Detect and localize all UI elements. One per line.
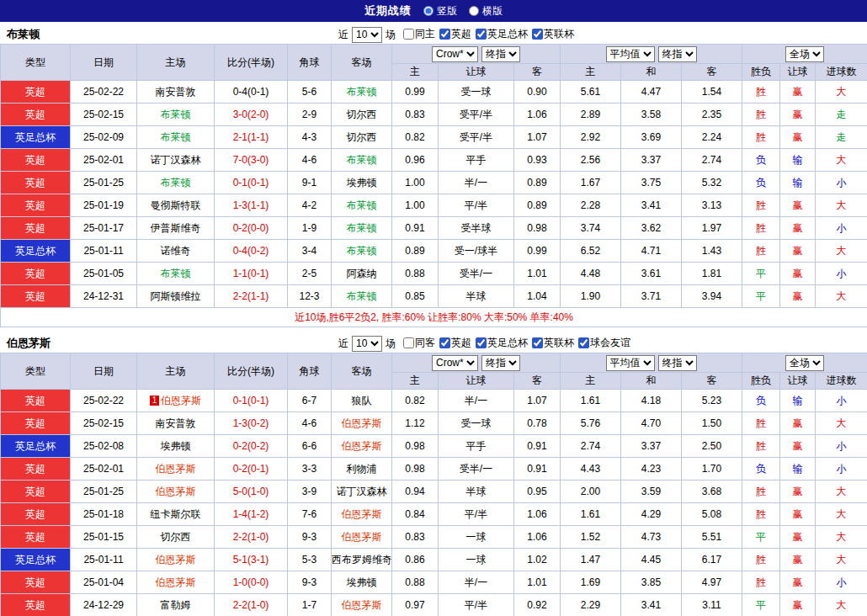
subcol-handicap-result: 让球 (780, 373, 816, 390)
away-team: 布莱顿 (332, 217, 392, 240)
score[interactable]: 2-1(1-1) (215, 126, 288, 149)
avg-away-odds: 2.24 (682, 126, 742, 149)
filter-checkbox[interactable] (439, 29, 450, 40)
subcol-handicap-result: 让球 (780, 64, 816, 81)
average-stage-select[interactable]: 终指 (658, 46, 697, 62)
filter-option[interactable]: 同客 (403, 336, 435, 350)
home-team: 阿斯顿维拉 (137, 285, 215, 308)
score[interactable]: 0-1(0-1) (215, 172, 288, 194)
odds-stage-select[interactable]: 终指 (481, 46, 520, 62)
score[interactable]: 1-3(1-1) (215, 194, 288, 217)
filter-checkbox[interactable] (403, 29, 414, 40)
corners: 4-2 (288, 194, 332, 217)
filter-checkbox[interactable] (578, 337, 589, 348)
layout-option-vertical[interactable]: 竖版 (423, 4, 457, 19)
goals-result: 小 (816, 217, 867, 240)
score[interactable]: 0-4(0-1) (215, 81, 288, 104)
match-date: 24-12-31 (71, 285, 137, 308)
ah-away-odds: 0.90 (514, 81, 561, 104)
match-date: 25-01-05 (71, 263, 137, 285)
filter-checkbox[interactable] (476, 29, 487, 40)
away-team: 利物浦 (332, 458, 392, 481)
layout-option-horizontal[interactable]: 横版 (469, 4, 503, 19)
avg-home-odds: 4.48 (561, 263, 621, 285)
filter-checkbox[interactable] (532, 29, 543, 40)
ah-away-odds: 1.01 (514, 571, 561, 594)
goals-result: 大 (816, 481, 867, 503)
avg-away-odds: 1.50 (682, 412, 742, 435)
average-stage-select[interactable]: 终指 (658, 355, 697, 371)
score[interactable]: 0-4(0-2) (215, 240, 288, 263)
match-date: 25-01-15 (71, 526, 137, 549)
odds-provider-select[interactable]: Crow* (432, 355, 478, 371)
score[interactable]: 0-2(0-1) (215, 458, 288, 481)
filter-option[interactable]: 英超 (439, 336, 471, 350)
score[interactable]: 5-0(1-0) (215, 481, 288, 503)
ah-home-odds: 0.96 (392, 149, 439, 172)
match-row: 英超25-01-19曼彻斯特联1-3(1-1)4-2布莱顿1.00平/半0.89… (1, 194, 867, 217)
filter-checkbox[interactable] (439, 337, 450, 348)
avg-away-odds: 2.50 (682, 435, 742, 458)
filter-option[interactable]: 同主 (403, 27, 435, 41)
corners: 9-3 (288, 526, 332, 549)
match-count-select[interactable]: 10 (352, 336, 382, 352)
filter-option[interactable]: 英超 (439, 27, 471, 41)
score[interactable]: 2-2(1-0) (215, 526, 288, 549)
horizontal-layout-radio[interactable] (469, 6, 479, 16)
summary-text: 近10场,胜6平2负2, 胜率:60% 让胜率:80% 大率:50% 单率:40… (1, 308, 867, 327)
subcol-ah-home: 主 (392, 64, 439, 81)
league-type: 英足总杯 (1, 549, 71, 571)
home-team: 南安普敦 (137, 412, 215, 435)
score[interactable]: 0-1(0-1) (215, 390, 288, 412)
ah-home-odds: 0.89 (392, 240, 439, 263)
full-match-select[interactable]: 全场 (785, 355, 824, 371)
odds-stage-select[interactable]: 终指 (481, 355, 520, 371)
score[interactable]: 5-1(3-1) (215, 549, 288, 571)
score[interactable]: 7-0(3-0) (215, 149, 288, 172)
ah-away-odds: 0.95 (514, 481, 561, 503)
ah-home-odds: 0.91 (392, 217, 439, 240)
score[interactable]: 0-2(0-2) (215, 435, 288, 458)
filter-checkbox[interactable] (476, 337, 487, 348)
filter-checkbox[interactable] (403, 337, 414, 348)
home-team: 曼彻斯特联 (137, 194, 215, 217)
league-type: 英超 (1, 571, 71, 594)
filter-option[interactable]: 英联杯 (532, 27, 574, 41)
match-row: 英超25-02-221伯恩茅斯0-1(0-1)6-7狼队0.82半/一1.071… (1, 390, 867, 412)
average-select[interactable]: 平均值 (606, 46, 655, 62)
ah-home-odds: 0.83 (392, 526, 439, 549)
subcol-outcome: 胜负 (742, 373, 780, 390)
score[interactable]: 0-2(0-0) (215, 217, 288, 240)
filter-option[interactable]: 英联杯 (532, 336, 574, 350)
filter-option[interactable]: 球会友谊 (578, 336, 630, 350)
ah-line: 半球 (439, 285, 514, 308)
ah-home-odds: 0.82 (392, 126, 439, 149)
score[interactable]: 3-0(2-0) (215, 104, 288, 126)
score[interactable]: 1-3(0-2) (215, 412, 288, 435)
match-date: 25-02-08 (71, 435, 137, 458)
score[interactable]: 2-2(1-1) (215, 285, 288, 308)
avg-home-odds: 4.43 (561, 458, 621, 481)
ah-home-odds: 0.97 (392, 594, 439, 616)
match-count-select[interactable]: 10 (352, 27, 382, 43)
filter-option[interactable]: 英足总杯 (476, 336, 528, 350)
filter-option[interactable]: 英足总杯 (476, 27, 528, 41)
score[interactable]: 1-1(0-1) (215, 263, 288, 285)
average-select[interactable]: 平均值 (606, 355, 655, 371)
filter-label: 英足总杯 (487, 336, 528, 350)
odds-provider-select[interactable]: Crow* (432, 46, 478, 62)
ah-line: 受半/一 (439, 458, 514, 481)
outcome-result: 负 (742, 172, 780, 194)
score[interactable]: 1-4(1-2) (215, 503, 288, 526)
filter-checkbox[interactable] (532, 337, 543, 348)
goals-result: 大 (816, 240, 867, 263)
away-team: 伯恩茅斯 (332, 435, 392, 458)
home-team: 布莱顿 (137, 263, 215, 285)
score[interactable]: 1-0(0-0) (215, 571, 288, 594)
full-match-select[interactable]: 全场 (785, 46, 824, 62)
vertical-layout-radio[interactable] (423, 6, 434, 16)
ah-line: 平手 (439, 149, 514, 172)
team-section-header: 伯恩茅斯 近 10 场 同客英超英足总杯英联杯球会友谊 (0, 334, 867, 353)
score[interactable]: 2-2(1-0) (215, 594, 288, 616)
avg-draw-odds: 4.18 (621, 390, 682, 412)
